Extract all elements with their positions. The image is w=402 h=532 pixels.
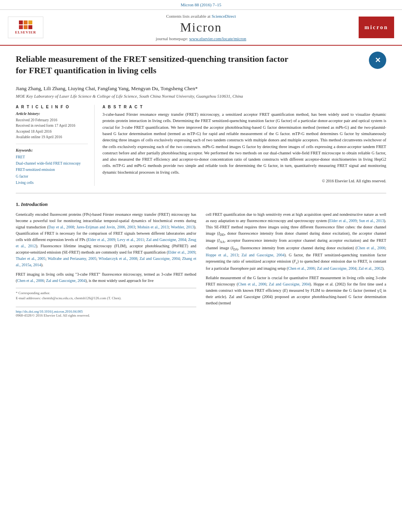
email-note: E-mail addresses: chentsh@scnu.edu.cn, c… [16, 296, 196, 301]
intro-number: 1. Introduction [16, 201, 48, 207]
available-line: Available online 19 April 2016 [16, 134, 88, 140]
micron-logo-text: micron [365, 24, 389, 31]
ref-chen-2006[interactable]: Chen et al., 2006 [17, 278, 44, 283]
article-info-label: A R T I C L E I N F O [16, 105, 88, 109]
ref-zal2[interactable]: Zal and Gascoigne, 2004 [140, 256, 180, 261]
sq2 [24, 20, 28, 24]
sq3 [28, 20, 32, 24]
ref-chen-r2[interactable]: Chen et al., 2006 [357, 246, 385, 250]
keyword-fret: FRET [16, 154, 88, 160]
ref-zal-2002[interactable]: Zal et al., 2002 [358, 266, 382, 271]
elsevier-logo: ELSEVIER [8, 17, 43, 38]
journal-header: ELSEVIER Contents lists available at Sci… [0, 10, 402, 46]
ref-elder2[interactable]: Elder et al., 2009 [168, 250, 195, 254]
sciencedirect-link[interactable]: ScienceDirect [212, 14, 236, 19]
doi-link-line: http://dx.doi.org/10.1016/j.micron.2016.… [16, 310, 196, 313]
ref-mohsin[interactable]: Mohsin et al., 2013 [138, 225, 169, 229]
micron-logo-box: micron [359, 17, 394, 38]
article-body: Reliable measurement of the FRET sensiti… [0, 46, 402, 325]
elsevier-label: ELSEVIER [15, 30, 36, 34]
keywords-heading: Keywords: [16, 148, 88, 152]
ref-elder-r1[interactable]: Elder et al., 2009 [329, 219, 357, 223]
sq6 [28, 25, 32, 29]
contents-text: Contents lists available at [166, 14, 210, 19]
ref-zal-2004[interactable]: Zal and Gascoigne, 2004 [146, 237, 186, 242]
section-divider [16, 193, 386, 193]
ref-chen-r3[interactable]: Chen et al., 2006 [288, 266, 315, 271]
accepted-line: Accepted 18 April 2016 [16, 129, 88, 134]
ref-jares[interactable]: Jares-Erijman and Jovin, 2006, 2003 [76, 225, 135, 229]
ref-zal-r2[interactable]: Zal and Gascoigne, 2004 [242, 253, 285, 257]
history-heading: Article history: [16, 111, 88, 116]
ref-day-2008[interactable]: Day et al., 2008 [48, 225, 74, 229]
ref-chen-r4[interactable]: Chen et al., 2006 [238, 282, 266, 286]
intro-right-col: cell FRET quantification due to high sen… [206, 211, 386, 317]
title-row: Reliable measurement of the FRET sensiti… [16, 54, 386, 82]
authors: Jiang Zhang, Lili Zhang, Liuying Chai, F… [16, 85, 386, 92]
sq5 [24, 25, 28, 29]
ref-zal-r3[interactable]: Zal and Gascoigne, 2004 [317, 266, 356, 271]
left-column: A R T I C L E I N F O Article history: R… [16, 105, 95, 186]
title-container: Reliable measurement of the FRET sensiti… [16, 54, 365, 82]
revised-line: Received in revised form 17 April 2016 [16, 123, 88, 128]
intro-left-col: Genetically encoded fluorescent proteins… [16, 211, 196, 317]
intro-para-1: Genetically encoded fluorescent proteins… [16, 211, 196, 268]
ref-zal-r4[interactable]: Zal and Gascoigne, 2004 [269, 282, 310, 286]
received-line: Received 20 February 2016 [16, 117, 88, 123]
article-info-block: Article history: Received 20 February 20… [16, 111, 88, 144]
abstract-text: 3-cube-based Förster resonance energy tr… [102, 111, 386, 184]
ref-elder-2009[interactable]: Elder et al., 2009 [88, 237, 115, 242]
two-column-section: A R T I C L E I N F O Article history: R… [16, 105, 386, 186]
ref-zal-gascoigne[interactable]: Zal and Gascoigne, 2004 [46, 278, 86, 283]
right-column: A B S T R A C T 3-cube-based Förster res… [102, 105, 386, 186]
article-title: Reliable measurement of the FRET sensiti… [16, 54, 292, 76]
ref-wlodarczyk[interactable]: Wlodarczyk et al., 2008 [99, 256, 137, 261]
ref-wallrabe[interactable]: Wallrabe and Periasamy, 2005 [48, 256, 96, 261]
issn-line: 0968-4328/© 2016 Elsevier Ltd. All right… [16, 313, 196, 317]
elsevier-squares [19, 20, 32, 29]
keyword-fret-sensitized: FRET-sensitized emission [16, 167, 88, 173]
section-num: 1. [16, 201, 20, 207]
bottom-info: http://dx.doi.org/10.1016/j.micron.2016.… [16, 307, 196, 317]
keyword-living-cells: Living cells [16, 180, 88, 186]
journal-center: Contents lists available at ScienceDirec… [43, 14, 359, 41]
keyword-g-factor: G factor [16, 173, 88, 180]
authors-text: Jiang Zhang, Lili Zhang, Liuying Chai, F… [16, 85, 197, 91]
doi-label: Micron 88 (2016) 7–15 [181, 2, 221, 7]
top-bar: Micron 88 (2016) 7–15 [0, 0, 402, 10]
abstract-label: A B S T R A C T [102, 105, 386, 109]
journal-homepage: journal homepage: www.elsevier.com/locat… [156, 36, 246, 41]
keyword-dual-channel: Dual-channel wide-field FRET microscopy [16, 160, 88, 167]
keywords-block: Keywords: FRET Dual-channel wide-field F… [16, 148, 88, 186]
intro-para-2: FRET imaging in living cells using "3-cu… [16, 271, 196, 284]
corresponding-note: * Corresponding author. [16, 291, 196, 296]
crossmark-icon[interactable]: ✕ [369, 52, 386, 69]
affiliation: MOE Key Laboratory of Laser Life Science… [16, 94, 386, 98]
homepage-label: journal homepage: [156, 36, 188, 41]
ref-thaler[interactable]: Thaler et al., 2005 [16, 256, 45, 261]
journal-name: Micron [180, 20, 222, 35]
ref-levy[interactable]: Levy et al., 2011 [117, 237, 144, 242]
contents-line: Contents lists available at ScienceDirec… [166, 14, 236, 19]
introduction-heading-row: 1. Introduction [16, 200, 386, 208]
footnote-section: * Corresponding author. E-mail addresses… [16, 288, 196, 301]
abstract-body: 3-cube-based Förster resonance energy tr… [102, 112, 386, 174]
homepage-link[interactable]: www.elsevier.com/locate/micron [189, 36, 246, 41]
sq4 [19, 25, 23, 29]
intro-right-para-2: Reliable measurement of the G factor is … [206, 275, 386, 306]
sq1 [19, 20, 23, 24]
ref-sun[interactable]: Sun et al., 2013 [359, 219, 384, 223]
section-title: Introduction [21, 201, 48, 207]
doi-link[interactable]: http://dx.doi.org/10.1016/j.micron.2016.… [16, 310, 83, 313]
introduction-section: Genetically encoded fluorescent proteins… [16, 211, 386, 317]
intro-right-para-1: cell FRET quantification due to high sen… [206, 211, 386, 272]
copyright-text: © 2016 Elsevier Ltd. All rights reserved… [102, 178, 386, 184]
ref-hoppe[interactable]: Hoppe et al., 2013 [206, 253, 238, 257]
ref-woehler[interactable]: Woehler, 2013 [171, 225, 194, 229]
